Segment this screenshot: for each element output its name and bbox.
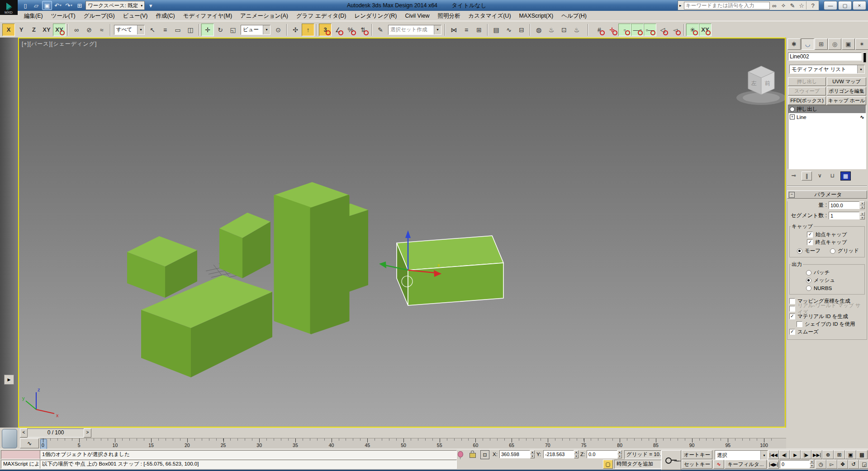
pin-stack-button[interactable]: ⊸ (789, 171, 798, 180)
radio-button[interactable] (797, 248, 802, 254)
next-frame-button[interactable]: |▶ (801, 450, 811, 459)
time-configuration-button[interactable]: ◷ (816, 460, 826, 469)
configure-modifier-sets-button[interactable]: ▦ (840, 171, 851, 181)
maximize-viewport-button[interactable]: ◲ (859, 460, 868, 469)
sign-in-icon[interactable]: ✧ (779, 1, 788, 10)
zoom-button[interactable]: ⊕ (822, 450, 834, 459)
named-sets-dropdown[interactable]: 選択セット作成▾ (388, 25, 441, 35)
object-name-field[interactable] (788, 52, 862, 61)
tab-create[interactable]: ✱ (787, 38, 801, 50)
help-icon[interactable]: ? (806, 1, 817, 10)
select-and-link-button[interactable]: ∞ (70, 24, 83, 36)
maxscript-mini-listener[interactable]: MAXScript によう (1, 460, 43, 469)
snap-endpoint-button[interactable]: ▫ (618, 24, 631, 36)
z-coordinate-field[interactable] (587, 450, 617, 458)
show-end-result-button[interactable]: ∥ (802, 171, 812, 181)
toolbar-overflow-button[interactable]: ▾ (146, 1, 156, 10)
viewport-label[interactable]: [+][パース][シェーディング] (22, 40, 97, 48)
schematic-view-button[interactable]: ⊟ (515, 24, 528, 36)
ribbon-toggle-button[interactable]: ▤ (490, 24, 503, 36)
menu-create[interactable]: 作成(C) (152, 11, 179, 21)
search-input[interactable] (684, 2, 770, 10)
axis-xy-snap-button[interactable]: XY (53, 24, 66, 36)
radio-button[interactable] (806, 278, 811, 283)
percent-snap-button[interactable]: % (344, 24, 357, 36)
snap-edge-button[interactable]: ▫— (644, 24, 656, 36)
snap-pivot-button[interactable]: ✛ (606, 24, 618, 36)
tab-utilities[interactable]: ✶ (855, 38, 868, 50)
track-bar-ruler[interactable]: 0510152025303540455055606570758085909510… (40, 438, 786, 449)
time-tag-cube-icon[interactable]: ▢ (603, 460, 613, 469)
reference-coordinate-dropdown[interactable]: ビュー▾ (241, 25, 270, 35)
maxscript-mini-listener-pink[interactable] (1, 450, 43, 459)
menu-group[interactable]: グループ(G) (80, 11, 119, 21)
zoom-all-button[interactable]: ⊞ (834, 450, 845, 459)
perspective-viewport[interactable]: x 左 前 z y x (18, 38, 786, 428)
radio-button[interactable] (806, 285, 811, 291)
set-keys-button[interactable] (661, 450, 681, 470)
axis-x-button[interactable]: X (2, 24, 15, 36)
orbit-button[interactable]: ↺ (848, 460, 859, 469)
checkbox[interactable]: ✓ (807, 232, 813, 238)
time-slider[interactable]: 0 / 100 (27, 428, 84, 438)
auto-key-button[interactable]: オートキー (682, 450, 712, 459)
layer-manager-button[interactable]: ⊞ (473, 24, 485, 36)
window-crossing-button[interactable]: ◫ (184, 24, 197, 36)
curve-editor-button[interactable]: ∿ (503, 24, 515, 36)
viewcube-left-label[interactable]: 左 (751, 80, 757, 86)
expand-panel-button[interactable]: ▶ (4, 375, 14, 385)
tab-display[interactable]: ▣ (842, 38, 855, 50)
radio-button[interactable] (806, 270, 811, 276)
open-file-button[interactable]: ▱ (31, 1, 41, 10)
menu-animation[interactable]: アニメーション(A) (236, 11, 292, 21)
close-button[interactable]: × (853, 1, 866, 10)
checkbox[interactable] (797, 321, 802, 327)
previous-frame-button[interactable]: ◀| (779, 450, 790, 459)
tab-modify[interactable]: ◡ (801, 38, 814, 50)
search-expand-button[interactable]: ▸ (679, 3, 684, 8)
favorites-star-icon[interactable]: ☆ (797, 1, 806, 10)
scene-box-d[interactable] (275, 183, 348, 333)
next-frame-step-button[interactable]: > (84, 428, 91, 438)
checkbox[interactable] (789, 298, 795, 304)
render-setup-button[interactable]: ♨ (545, 24, 558, 36)
z-spinner[interactable]: ▲▼ (617, 450, 622, 458)
frame-spinner[interactable]: ▲▼ (810, 460, 814, 468)
radio-button[interactable] (830, 248, 835, 254)
zoom-extents-all-button[interactable]: ▩ (856, 450, 868, 459)
key-curve-button[interactable]: ∿ (713, 460, 724, 469)
checkbox[interactable]: ✓ (789, 329, 795, 335)
mirror-button[interactable]: ⋈ (447, 24, 460, 36)
axis-xy-button[interactable]: XY (40, 24, 53, 36)
stack-item-extrude[interactable]: 押し出し (788, 105, 866, 113)
selection-filter-dropdown[interactable]: すべて▾ (114, 25, 145, 35)
uvw-map-modifier-button[interactable]: UVW マップ (827, 77, 866, 86)
modifier-enabled-bulb-icon[interactable] (790, 107, 795, 112)
use-pivot-center-button[interactable]: ⊙ (272, 24, 285, 36)
angle-snap-button[interactable]: ∠ (332, 24, 344, 36)
axis-y-button[interactable]: Y (15, 24, 28, 36)
menu-help[interactable]: ヘルプ(H) (557, 11, 591, 21)
menu-graph-editors[interactable]: グラフ エディタ(D) (292, 11, 350, 21)
key-filters-button[interactable]: キーフィルタ... (725, 460, 767, 469)
minimize-button[interactable]: — (824, 1, 837, 10)
app-menu-button[interactable]: MXD (0, 0, 18, 15)
checkbox[interactable]: ✓ (807, 239, 813, 245)
menu-modifiers[interactable]: モディファイヤ(M) (179, 11, 236, 21)
zoom-extents-button[interactable]: ▣ (845, 450, 856, 459)
snap-frozen-button[interactable]: ✳ (686, 24, 699, 36)
balloon-notification-icon[interactable] (458, 451, 463, 457)
rectangular-selection-button[interactable]: ▭ (171, 24, 184, 36)
ffd-box-modifier-button[interactable]: FFD(ボックス) (788, 96, 826, 105)
undo-button[interactable]: ↶▾ (53, 1, 63, 10)
set-key-button[interactable]: セットキー (682, 460, 712, 469)
amount-field[interactable] (829, 201, 859, 209)
remove-modifier-button[interactable]: ⊔ (828, 171, 837, 180)
segments-field[interactable] (829, 212, 859, 219)
amount-spinner[interactable]: ▲▼ (860, 201, 865, 209)
set-project-folder-button[interactable]: ⊞ (75, 1, 85, 10)
selection-lock-icon[interactable] (470, 453, 476, 458)
add-time-tag[interactable]: 時間タグを追加 (614, 460, 661, 469)
menu-views[interactable]: ビュー(V) (119, 11, 152, 21)
align-button[interactable]: ≡ (460, 24, 473, 36)
